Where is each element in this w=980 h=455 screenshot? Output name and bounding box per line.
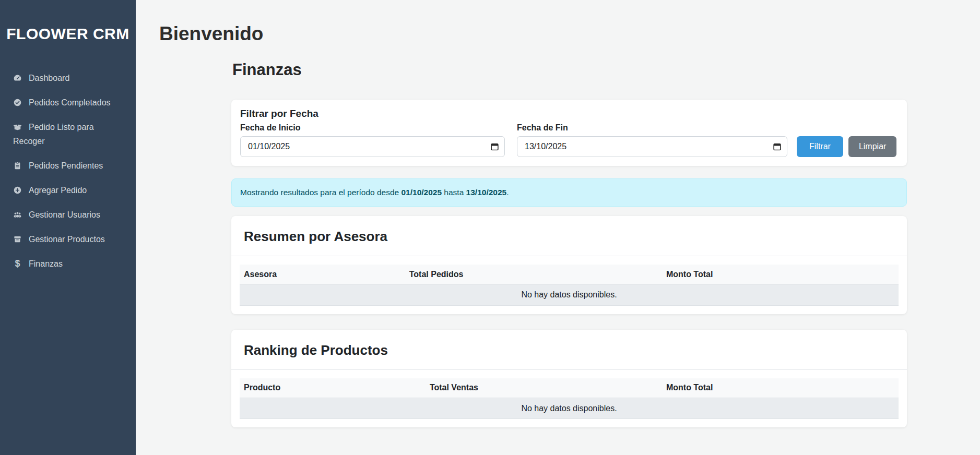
sidebar-item-gestionar-usuarios[interactable]: Gestionar Usuarios xyxy=(0,202,136,227)
sidebar-nav: Dashboard Pedidos Completados Pedido Lis… xyxy=(0,66,136,276)
sidebar-item-label: Pedido Listo para Recoger xyxy=(13,123,94,146)
ranking-table-header-row: Producto Total Ventas Monto Total xyxy=(240,378,899,398)
sidebar-item-agregar-pedido[interactable]: Agregar Pedido xyxy=(0,178,136,202)
plus-circle-icon xyxy=(13,186,22,195)
end-date-label: Fecha de Fin xyxy=(517,123,787,133)
app-title: FLOOWER CRM xyxy=(0,0,136,43)
end-date-wrap xyxy=(517,136,787,157)
summary-card-body: Asesora Total Pedidos Monto Total No hay… xyxy=(231,256,907,314)
sidebar-item-label: Finanzas xyxy=(29,259,63,268)
content-container: Finanzas Filtrar por Fecha Fecha de Inic… xyxy=(231,61,907,427)
column-header-total-ventas: Total Ventas xyxy=(426,378,662,398)
start-date-field: Fecha de Inicio xyxy=(240,123,505,157)
clipboard-icon xyxy=(13,161,22,170)
alert-end-date: 13/10/2025 xyxy=(466,188,507,197)
end-date-input[interactable] xyxy=(517,136,787,157)
sidebar-item-label: Agregar Pedido xyxy=(29,186,87,195)
sidebar-item-pedidos-pendientes[interactable]: Pedidos Pendientes xyxy=(0,153,136,178)
summary-table: Asesora Total Pedidos Monto Total No hay… xyxy=(240,265,899,306)
end-date-field: Fecha de Fin xyxy=(517,123,787,157)
sidebar-item-pedidos-completados[interactable]: Pedidos Completados xyxy=(0,90,136,115)
alert-text-middle: hasta xyxy=(442,188,466,197)
summary-card-title: Resumen por Asesora xyxy=(231,216,907,256)
ranking-card-body: Producto Total Ventas Monto Total No hay… xyxy=(231,370,907,428)
sidebar-item-finanzas[interactable]: $Finanzas xyxy=(0,252,136,276)
section-title: Finanzas xyxy=(232,61,907,79)
alert-start-date: 01/10/2025 xyxy=(401,188,442,197)
sidebar-item-pedido-listo-para-recoger[interactable]: Pedido Listo para Recoger xyxy=(0,115,136,153)
box-open-icon xyxy=(13,123,22,131)
check-circle-icon xyxy=(13,98,22,107)
calendar-icon[interactable] xyxy=(773,143,781,151)
product-ranking-card: Ranking de Productos Producto Total Vent… xyxy=(231,330,907,428)
sidebar-item-dashboard[interactable]: Dashboard xyxy=(0,66,136,90)
page-title: Bienvenido xyxy=(159,23,980,44)
column-header-producto: Producto xyxy=(240,378,426,398)
column-header-monto-total: Monto Total xyxy=(662,378,899,398)
sidebar-item-gestionar-productos[interactable]: Gestionar Productos xyxy=(0,227,136,252)
dollar-icon: $ xyxy=(13,257,22,271)
date-filter-card: Filtrar por Fecha Fecha de Inicio Fecha … xyxy=(231,100,907,166)
start-date-input[interactable] xyxy=(240,136,505,157)
filter-row: Fecha de Inicio Fecha de Fin xyxy=(240,123,899,157)
calendar-icon[interactable] xyxy=(491,143,499,151)
sidebar: FLOOWER CRM Dashboard Pedidos Completado… xyxy=(0,0,136,455)
gauge-icon xyxy=(13,74,22,82)
ranking-table: Producto Total Ventas Monto Total No hay… xyxy=(240,378,899,420)
alert-text-prefix: Mostrando resultados para el período des… xyxy=(240,188,401,197)
filter-button[interactable]: Filtrar xyxy=(797,136,843,157)
empty-state-message: No hay datos disponibles. xyxy=(240,398,899,419)
column-header-total-pedidos: Total Pedidos xyxy=(405,265,662,284)
column-header-monto-total: Monto Total xyxy=(662,265,899,284)
start-date-wrap xyxy=(240,136,505,157)
clear-button[interactable]: Limpiar xyxy=(848,136,896,157)
ranking-card-title: Ranking de Productos xyxy=(231,330,907,370)
sidebar-item-label: Gestionar Productos xyxy=(29,235,105,244)
summary-table-header-row: Asesora Total Pedidos Monto Total xyxy=(240,265,899,284)
alert-text-suffix: . xyxy=(506,188,509,197)
results-info-alert: Mostrando resultados para el período des… xyxy=(231,178,907,207)
empty-state-row: No hay datos disponibles. xyxy=(240,284,899,305)
sidebar-item-label: Pedidos Completados xyxy=(29,98,111,107)
sidebar-item-label: Gestionar Usuarios xyxy=(29,210,100,219)
main-content: Bienvenido Finanzas Filtrar por Fecha Fe… xyxy=(136,0,980,455)
empty-state-message: No hay datos disponibles. xyxy=(240,284,899,305)
column-header-asesora: Asesora xyxy=(240,265,405,284)
sidebar-item-label: Dashboard xyxy=(29,74,69,82)
sidebar-item-label: Pedidos Pendientes xyxy=(29,161,103,170)
empty-state-row: No hay datos disponibles. xyxy=(240,398,899,419)
users-icon xyxy=(13,210,22,219)
start-date-label: Fecha de Inicio xyxy=(240,123,505,133)
summary-by-advisor-card: Resumen por Asesora Asesora Total Pedido… xyxy=(231,216,907,314)
box-icon xyxy=(13,235,22,244)
filter-title: Filtrar por Fecha xyxy=(240,108,899,119)
